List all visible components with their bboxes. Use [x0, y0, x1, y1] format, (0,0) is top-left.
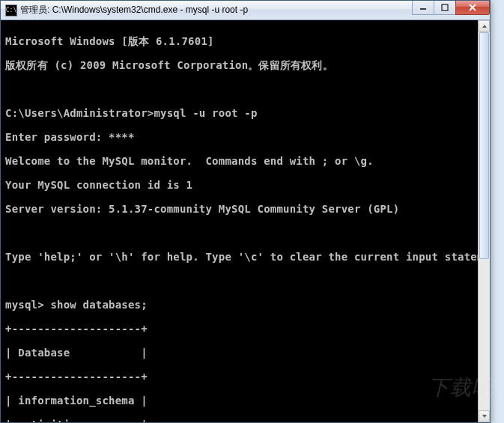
sql-command-line: mysql> show databases;: [5, 299, 488, 311]
version-line: Server version: 5.1.37-community MySQL C…: [5, 203, 488, 215]
scroll-track[interactable]: [479, 32, 490, 410]
vertical-scrollbar[interactable]: [478, 20, 490, 422]
blank-line: [5, 275, 488, 287]
blank-line: [5, 83, 488, 95]
help-line: Type 'help;' or '\h' for help. Type '\c'…: [5, 251, 488, 263]
connid-line: Your MySQL connection id is 1: [5, 179, 488, 191]
table-header: | Database |: [5, 347, 488, 359]
copyright-line: 版权所有 (c) 2009 Microsoft Corporation。保留所有…: [5, 59, 488, 71]
title-path: C:\Windows\system32\cmd.exe - mysql -u r…: [52, 4, 248, 15]
cmd-icon-text: C:\: [6, 7, 16, 13]
title-prefix: 管理员:: [20, 4, 52, 15]
terminal-output[interactable]: Microsoft Windows [版本 6.1.7601] 版权所有 (c)…: [1, 20, 490, 422]
chevron-up-icon: [482, 24, 488, 28]
welcome-line: Welcome to the MySQL monitor. Commands e…: [5, 155, 488, 167]
maximize-icon: [441, 4, 449, 11]
scroll-up-button[interactable]: [479, 20, 490, 32]
scroll-thumb[interactable]: [479, 32, 489, 259]
table-border: +--------------------+: [5, 371, 488, 383]
close-icon: [468, 4, 477, 11]
minimize-button[interactable]: [412, 1, 434, 15]
maximize-button[interactable]: [434, 1, 456, 15]
close-button[interactable]: [455, 1, 490, 15]
sql-prompt: mysql>: [5, 299, 50, 311]
db-row: | activiti |: [5, 419, 488, 422]
cmd-icon: C:\: [5, 4, 17, 16]
table-border: +--------------------+: [5, 323, 488, 335]
db-row: | information_schema |: [5, 395, 488, 407]
svg-rect-0: [420, 8, 426, 10]
minimize-icon: [419, 4, 427, 11]
svg-rect-1: [442, 4, 448, 10]
scroll-down-button[interactable]: [479, 410, 490, 422]
chevron-down-icon: [482, 414, 488, 419]
window-controls: [413, 1, 490, 15]
titlebar[interactable]: C:\ 管理员: C:\Windows\system32\cmd.exe - m…: [1, 1, 490, 20]
header-line: Microsoft Windows [版本 6.1.7601]: [5, 35, 488, 47]
prompt-line: C:\Users\Administrator>mysql -u root -p: [5, 107, 488, 119]
sql-command: show databases;: [50, 299, 147, 311]
blank-line: [5, 227, 488, 239]
password-line: Enter password: ****: [5, 131, 488, 143]
cmd-window: C:\ 管理员: C:\Windows\system32\cmd.exe - m…: [0, 0, 491, 423]
